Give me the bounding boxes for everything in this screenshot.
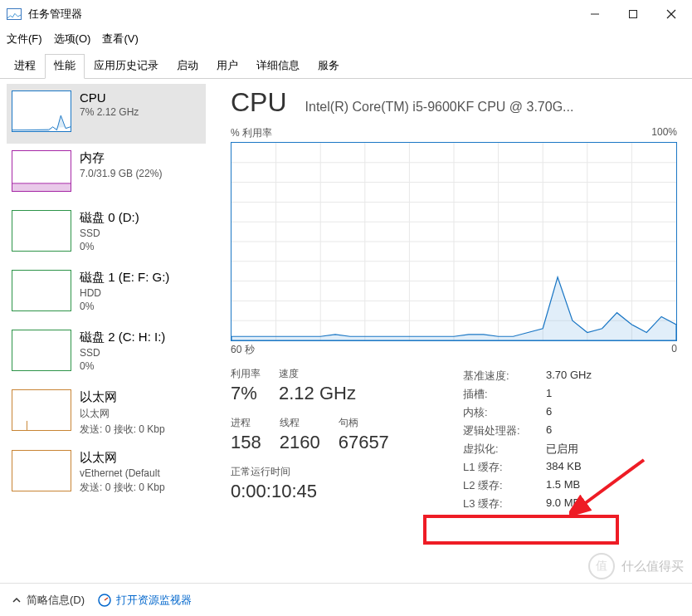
uptime-label: 正常运行时间 bbox=[231, 465, 463, 479]
stat-label: 进程 bbox=[231, 416, 261, 430]
sidebar-item-label: 磁盘 0 (D:) bbox=[80, 210, 139, 226]
sidebar-item-label: 磁盘 2 (C: H: I:) bbox=[80, 330, 165, 345]
kv-val: 6 bbox=[546, 405, 552, 420]
tab-services[interactable]: 服务 bbox=[309, 54, 348, 79]
sidebar-item-ethernet-0[interactable]: 以太网 以太网 发送: 0 接收: 0 Kbp bbox=[7, 383, 206, 443]
app-icon bbox=[7, 8, 22, 20]
menu-file[interactable]: 文件(F) bbox=[7, 32, 42, 46]
disk-thumb-icon bbox=[12, 330, 71, 371]
sidebar-item-label: CPU bbox=[80, 90, 139, 105]
fewer-details-label: 简略信息(D) bbox=[27, 593, 85, 608]
sidebar-item-cpu[interactable]: CPU 7% 2.12 GHz bbox=[7, 84, 206, 144]
sidebar-item-sub: 7% 2.12 GHz bbox=[80, 106, 139, 118]
chart-bottom-left-label: 60 秒 bbox=[231, 343, 255, 357]
stat-value: 2.12 GHz bbox=[279, 383, 356, 404]
svg-rect-4 bbox=[12, 183, 71, 192]
stats-area: 利用率 7% 速度 2.12 GHz 进程 158 bbox=[231, 367, 677, 511]
sidebar-item-label: 磁盘 1 (E: F: G:) bbox=[80, 270, 169, 286]
sidebar-item-sub2: 发送: 0 接收: 0 Kbp bbox=[80, 481, 165, 495]
menu-options[interactable]: 选项(O) bbox=[54, 32, 91, 46]
sidebar-item-sub: SSD bbox=[80, 227, 139, 239]
chart-top-left-label: % 利用率 bbox=[231, 126, 272, 140]
stat-value: 2160 bbox=[280, 432, 320, 453]
kv-key: 虚拟化: bbox=[463, 442, 546, 457]
sidebar-item-label: 内存 bbox=[80, 150, 162, 166]
stat-label: 速度 bbox=[279, 367, 356, 381]
main-area: CPU 7% 2.12 GHz 内存 7.0/31.9 GB (22%) 磁盘 … bbox=[0, 79, 692, 583]
task-manager-window: 任务管理器 文件(F) 选项(O) 查看(V) 进程 性能 应用历史记录 启动 … bbox=[0, 0, 692, 616]
kv-val: 9.0 MB bbox=[546, 496, 580, 511]
annotation-highlight bbox=[423, 515, 619, 545]
chart-top-right-label: 100% bbox=[651, 126, 677, 140]
watermark: 值 什么值得买 bbox=[588, 553, 684, 579]
svg-line-27 bbox=[105, 598, 108, 600]
menubar: 文件(F) 选项(O) 查看(V) bbox=[0, 28, 692, 50]
sidebar-item-label: 以太网 bbox=[80, 389, 165, 405]
sidebar-item-sub: HDD bbox=[80, 287, 169, 299]
close-button[interactable] bbox=[652, 2, 690, 27]
detail-subtitle: Intel(R) Core(TM) i5-9600KF CPU @ 3.70G.… bbox=[305, 100, 574, 115]
memory-thumb-icon bbox=[12, 150, 71, 192]
detail-pane: CPU Intel(R) Core(TM) i5-9600KF CPU @ 3.… bbox=[207, 79, 692, 583]
kv-val: 3.70 GHz bbox=[546, 369, 592, 384]
watermark-text: 什么值得买 bbox=[621, 559, 684, 574]
sidebar-item-sub: 以太网 bbox=[80, 407, 165, 421]
tab-startup[interactable]: 启动 bbox=[168, 54, 207, 79]
open-resource-monitor-label: 打开资源监视器 bbox=[116, 593, 192, 608]
kv-val: 1.5 MB bbox=[546, 478, 580, 493]
kv-key: L2 缓存: bbox=[463, 478, 546, 493]
sidebar-item-sub2: 发送: 0 接收: 0 Kbp bbox=[80, 423, 165, 437]
uptime-value: 0:00:10:45 bbox=[231, 481, 463, 502]
sidebar-item-sub2: 0% bbox=[80, 360, 165, 372]
titlebar[interactable]: 任务管理器 bbox=[0, 0, 692, 28]
stat-value: 67657 bbox=[339, 432, 389, 453]
sidebar-item-sub: SSD bbox=[80, 347, 165, 359]
tab-performance[interactable]: 性能 bbox=[45, 54, 85, 79]
menu-view[interactable]: 查看(V) bbox=[102, 32, 138, 46]
tab-details[interactable]: 详细信息 bbox=[247, 54, 309, 79]
kv-key: 插槽: bbox=[463, 387, 546, 402]
sidebar-item-sub: vEthernet (Default bbox=[80, 467, 165, 479]
sidebar-item-disk-0[interactable]: 磁盘 0 (D:) SSD 0% bbox=[7, 203, 206, 263]
kv-key: L1 缓存: bbox=[463, 460, 546, 475]
window-buttons bbox=[576, 2, 690, 27]
tab-strip: 进程 性能 应用历史记录 启动 用户 详细信息 服务 bbox=[0, 53, 692, 79]
perf-icon bbox=[98, 594, 111, 607]
sidebar-item-label: 以太网 bbox=[80, 450, 165, 466]
sidebar-item-memory[interactable]: 内存 7.0/31.9 GB (22%) bbox=[7, 144, 206, 203]
footer: 简略信息(D) 打开资源监视器 bbox=[0, 583, 692, 616]
sidebar-item-disk-1[interactable]: 磁盘 1 (E: F: G:) HDD 0% bbox=[7, 263, 206, 323]
chevron-up-icon bbox=[12, 595, 22, 605]
sidebar-item-ethernet-1[interactable]: 以太网 vEthernet (Default 发送: 0 接收: 0 Kbp bbox=[7, 443, 206, 503]
minimize-button[interactable] bbox=[576, 2, 614, 27]
tab-app-history[interactable]: 应用历史记录 bbox=[85, 54, 168, 79]
svg-rect-1 bbox=[630, 11, 637, 18]
net-thumb-icon bbox=[12, 389, 71, 431]
stat-value: 158 bbox=[231, 432, 261, 453]
stat-label: 线程 bbox=[280, 416, 320, 430]
kv-key: 内核: bbox=[463, 405, 546, 420]
open-resource-monitor-link[interactable]: 打开资源监视器 bbox=[98, 593, 192, 608]
fewer-details-button[interactable]: 简略信息(D) bbox=[12, 593, 85, 608]
tab-processes[interactable]: 进程 bbox=[5, 54, 45, 79]
disk-thumb-icon bbox=[12, 210, 71, 252]
kv-val: 6 bbox=[546, 423, 552, 438]
window-title: 任务管理器 bbox=[28, 7, 82, 22]
kv-val: 已启用 bbox=[546, 442, 578, 457]
tab-users[interactable]: 用户 bbox=[207, 54, 247, 79]
cpu-chart[interactable] bbox=[231, 142, 677, 341]
kv-val: 1 bbox=[546, 387, 552, 402]
disk-thumb-icon bbox=[12, 270, 71, 311]
sidebar-item-sub2: 0% bbox=[80, 241, 139, 252]
stat-value: 7% bbox=[231, 383, 261, 404]
detail-title: CPU bbox=[231, 87, 287, 118]
sidebar[interactable]: CPU 7% 2.12 GHz 内存 7.0/31.9 GB (22%) 磁盘 … bbox=[0, 79, 207, 583]
cpu-thumb-icon bbox=[12, 90, 71, 132]
sidebar-item-sub2: 0% bbox=[80, 301, 169, 312]
maximize-button[interactable] bbox=[614, 2, 652, 27]
kv-val: 384 KB bbox=[546, 460, 582, 475]
kv-key: 逻辑处理器: bbox=[463, 423, 546, 438]
watermark-badge: 值 bbox=[588, 553, 615, 579]
sidebar-item-disk-2[interactable]: 磁盘 2 (C: H: I:) SSD 0% bbox=[7, 323, 206, 383]
chart-bottom-right-label: 0 bbox=[671, 343, 677, 357]
